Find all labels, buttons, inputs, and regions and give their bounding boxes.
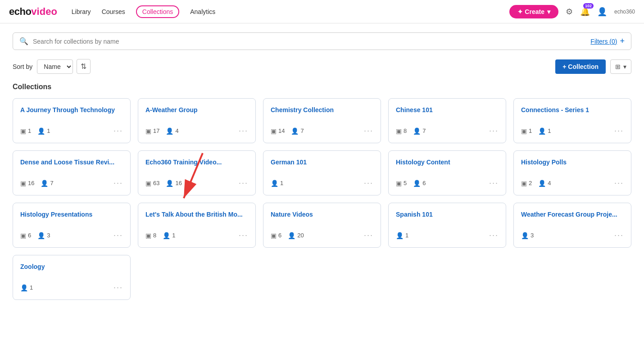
card-title[interactable]: Zoology [20, 263, 123, 272]
collection-card[interactable]: Connections - Series 1 ▣ 1 👤 1 ··· [513, 98, 631, 143]
collection-card[interactable]: Weather Forecast Group Proje... 👤 3 ··· [513, 203, 631, 248]
more-options-button[interactable]: ··· [113, 178, 123, 188]
more-options-button[interactable]: ··· [489, 178, 499, 188]
card-title-link[interactable]: Chinese 101 [396, 106, 433, 113]
add-collection-label: + Collection [562, 63, 599, 70]
person-icon: 👤 [271, 180, 278, 187]
collection-card[interactable]: Chinese 101 ▣ 8 👤 7 ··· [388, 98, 506, 143]
card-title[interactable]: Connections - Series 1 [521, 106, 624, 115]
collection-card[interactable]: Chemistry Collection ▣ 14 👤 7 ··· [263, 98, 381, 143]
card-title-link[interactable]: Histology Presentations [20, 211, 92, 218]
more-options-button[interactable]: ··· [113, 283, 123, 292]
more-options-button[interactable]: ··· [239, 126, 248, 136]
search-bar: 🔍 Filters (0) + [13, 32, 631, 50]
card-footer: ▣ 6 👤 3 ··· [20, 231, 123, 240]
more-options-button[interactable]: ··· [364, 231, 373, 240]
search-input[interactable] [33, 38, 586, 45]
more-options-button[interactable]: ··· [364, 178, 373, 188]
card-title[interactable]: Dense and Loose Tissue Revi... [20, 158, 123, 167]
card-title[interactable]: Weather Forecast Group Proje... [521, 210, 624, 219]
card-title[interactable]: Echo360 Training Video... [145, 158, 248, 167]
more-options-button[interactable]: ··· [614, 126, 624, 136]
more-options-button[interactable]: ··· [489, 231, 499, 240]
collection-card[interactable]: Let's Talk About the British Mo... ▣ 8 👤… [138, 203, 256, 248]
more-options-button[interactable]: ··· [614, 231, 624, 240]
collection-card[interactable]: Dense and Loose Tissue Revi... ▣ 16 👤 7 … [13, 150, 131, 195]
user-icon[interactable]: 👤 [597, 7, 607, 17]
person-icon: 👤 [538, 127, 546, 135]
notifications-icon[interactable]: 🔔 102 [580, 7, 590, 17]
more-options-button[interactable]: ··· [239, 231, 248, 240]
add-collection-button[interactable]: + Collection [555, 59, 606, 74]
create-label: ✦ Create [517, 8, 544, 15]
more-options-button[interactable]: ··· [239, 178, 248, 188]
card-stats: ▣ 8 👤 7 [396, 127, 426, 135]
more-options-button[interactable]: ··· [489, 126, 499, 136]
settings-icon[interactable]: ⚙ [566, 7, 573, 17]
nav-courses[interactable]: Courses [102, 8, 125, 15]
logo[interactable]: echovideo [9, 6, 57, 18]
more-options-button[interactable]: ··· [113, 126, 123, 136]
collection-card[interactable]: German 101 👤 1 ··· [263, 150, 381, 195]
card-title-link[interactable]: Dense and Loose Tissue Revi... [20, 159, 114, 166]
people-count: 1 [280, 180, 283, 186]
card-title[interactable]: Histology Presentations [20, 210, 123, 219]
card-title[interactable]: Histology Polls [521, 158, 624, 167]
collection-card[interactable]: Spanish 101 👤 1 ··· [388, 203, 506, 248]
more-options-button[interactable]: ··· [113, 231, 123, 240]
collection-card[interactable]: Histology Content ▣ 5 👤 6 ··· [388, 150, 506, 195]
more-options-button[interactable]: ··· [614, 178, 624, 188]
card-title[interactable]: Chemistry Collection [271, 106, 373, 115]
people-count: 4 [175, 127, 178, 134]
collection-card[interactable]: Histology Polls ▣ 2 👤 4 ··· [513, 150, 631, 195]
people-count-stat: 👤 4 [166, 127, 178, 135]
card-title-link[interactable]: Chemistry Collection [271, 106, 334, 113]
more-options-button[interactable]: ··· [364, 126, 373, 136]
collection-card[interactable]: Nature Videos ▣ 6 👤 20 ··· [263, 203, 381, 248]
collection-card[interactable]: Zoology 👤 1 ··· [13, 255, 131, 300]
card-title[interactable]: Chinese 101 [396, 106, 499, 115]
people-count: 7 [300, 127, 304, 134]
nav-library[interactable]: Library [72, 8, 91, 15]
people-count-stat: 👤 1 [37, 127, 50, 135]
card-title[interactable]: Nature Videos [271, 210, 373, 219]
card-title-link[interactable]: German 101 [271, 159, 307, 166]
people-count: 16 [175, 180, 181, 186]
card-title-link[interactable]: Histology Polls [521, 159, 567, 166]
sort-select[interactable]: Name Date [37, 59, 73, 74]
view-toggle-button[interactable]: ⊞ ▾ [610, 59, 631, 74]
collection-card[interactable]: Echo360 Training Video... ▣ 63 👤 16 ··· [138, 150, 256, 195]
card-title-link[interactable]: Zoology [20, 263, 45, 270]
card-title-link[interactable]: Echo360 Training Video... [145, 159, 222, 166]
create-button[interactable]: ✦ Create ▾ [509, 5, 558, 18]
nav-collections[interactable]: Collections [136, 5, 179, 18]
collection-card[interactable]: A Journey Through Technology ▣ 1 👤 1 ··· [13, 98, 131, 143]
card-title-link[interactable]: Nature Videos [271, 211, 313, 218]
echo360-label[interactable]: echo360 [614, 9, 635, 15]
collection-card[interactable]: A-Weather Group ▣ 17 👤 4 ··· [138, 98, 256, 143]
card-title[interactable]: A-Weather Group [145, 106, 248, 115]
card-title[interactable]: Spanish 101 [396, 210, 499, 219]
card-title-link[interactable]: A Journey Through Technology [20, 106, 115, 113]
card-title[interactable]: Histology Content [396, 158, 499, 167]
video-count: 8 [404, 127, 407, 134]
toolbar-right: + Collection ⊞ ▾ [555, 59, 631, 74]
add-filter-button[interactable]: + [620, 36, 625, 46]
collection-card[interactable]: Histology Presentations ▣ 6 👤 3 ··· [13, 203, 131, 248]
people-count-stat: 👤 1 [396, 232, 408, 239]
card-footer: ▣ 16 👤 7 ··· [20, 178, 123, 188]
card-title-link[interactable]: Let's Talk About the British Mo... [145, 211, 243, 218]
card-title-link[interactable]: Spanish 101 [396, 211, 433, 218]
card-title-link[interactable]: Histology Content [396, 159, 450, 166]
filters-link[interactable]: Filters (0) [590, 38, 617, 45]
card-title[interactable]: A Journey Through Technology [20, 106, 123, 115]
video-count-stat: ▣ 8 [145, 232, 156, 239]
card-title-link[interactable]: A-Weather Group [145, 106, 198, 113]
card-title-link[interactable]: Connections - Series 1 [521, 106, 589, 113]
sort-order-button[interactable]: ⇅ [77, 59, 91, 74]
card-title[interactable]: German 101 [271, 158, 373, 167]
nav-analytics[interactable]: Analytics [190, 8, 215, 15]
card-title-link[interactable]: Weather Forecast Group Proje... [521, 211, 617, 218]
card-title[interactable]: Let's Talk About the British Mo... [145, 210, 248, 219]
video-icon: ▣ [145, 127, 151, 135]
